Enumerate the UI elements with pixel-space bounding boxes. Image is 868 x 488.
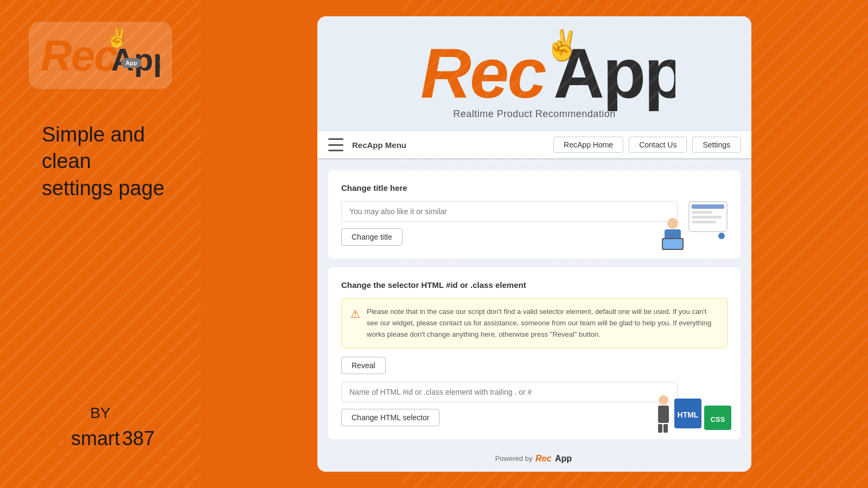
change-title-button[interactable]: Change title: [341, 228, 403, 246]
change-title-section: Change title here Change title: [328, 170, 741, 259]
svg-text:App: App: [555, 454, 572, 463]
title-input[interactable]: [341, 201, 678, 222]
sidebar-logo: Rec App ✌ App: [29, 22, 172, 89]
app-footer: Powered by Rec App: [317, 445, 751, 472]
svg-rect-18: [663, 239, 682, 249]
svg-text:App: App: [125, 60, 137, 66]
title-illustration: [659, 199, 730, 253]
app-container: Rec App ✌ Realtime Product Recommendatio…: [317, 16, 751, 472]
svg-rect-23: [663, 424, 668, 433]
svg-rect-13: [692, 221, 716, 223]
selector-input[interactable]: [341, 382, 678, 402]
svg-text:✌: ✌: [106, 28, 129, 49]
smart387-number: 387: [122, 427, 155, 450]
warning-box: ⚠ Please note that in the case our scrip…: [341, 298, 727, 348]
main-content: Rec App ✌ Realtime Product Recommendatio…: [201, 0, 868, 488]
sidebar-by-label: BY: [90, 404, 110, 422]
nav-bar: RecApp Menu RecApp Home Contact Us Setti…: [317, 131, 751, 159]
svg-rect-12: [692, 216, 722, 219]
svg-point-19: [718, 233, 725, 239]
smart387-text: smart: [71, 427, 120, 450]
nav-contact-button[interactable]: Contact Us: [629, 137, 687, 153]
warning-icon: ⚠: [350, 307, 360, 340]
svg-text:✌: ✌: [544, 28, 581, 63]
footer-logo: Rec App: [535, 452, 573, 464]
svg-text:Rec: Rec: [535, 454, 551, 463]
main-logo-svg: Rec App ✌: [393, 27, 675, 111]
warning-text: Please note that in the case our script …: [367, 306, 718, 340]
change-selector-section: Change the selector HTML #id or .class e…: [328, 267, 741, 439]
reveal-button[interactable]: Reveal: [341, 357, 386, 374]
svg-rect-22: [658, 424, 662, 433]
menu-hamburger-icon: [328, 138, 343, 151]
nav-settings-button[interactable]: Settings: [692, 137, 741, 153]
svg-rect-11: [692, 211, 712, 214]
sidebar: Rec App ✌ App Simple and clean settings …: [0, 0, 201, 488]
svg-text:Rec: Rec: [420, 34, 546, 111]
smart387-logo: smart387: [46, 427, 155, 450]
svg-text:HTML: HTML: [678, 410, 699, 419]
sidebar-tagline: Simple and clean settings page: [36, 121, 164, 202]
change-title-heading: Change title here: [341, 183, 727, 192]
nav-menu-label: RecApp Menu: [352, 140, 548, 150]
app-subtitle: Realtime Product Recommendation: [453, 108, 616, 120]
svg-rect-10: [692, 204, 724, 209]
svg-rect-21: [658, 406, 669, 423]
app-body: Change title here Change title: [317, 159, 751, 445]
selector-illustration: HTML CSS: [654, 390, 730, 434]
sidebar-logo-svg: Rec App ✌ App: [41, 28, 160, 82]
change-selector-heading: Change the selector HTML #id or .class e…: [341, 280, 727, 290]
svg-point-14: [667, 218, 678, 229]
nav-home-button[interactable]: RecApp Home: [553, 137, 623, 153]
change-selector-button[interactable]: Change HTML selector: [341, 409, 439, 426]
smart387-icon: [46, 427, 69, 450]
powered-by-label: Powered by: [495, 454, 533, 463]
svg-point-20: [659, 395, 668, 405]
app-header: Rec App ✌ Realtime Product Recommendatio…: [317, 16, 751, 131]
svg-text:CSS: CSS: [711, 415, 725, 423]
